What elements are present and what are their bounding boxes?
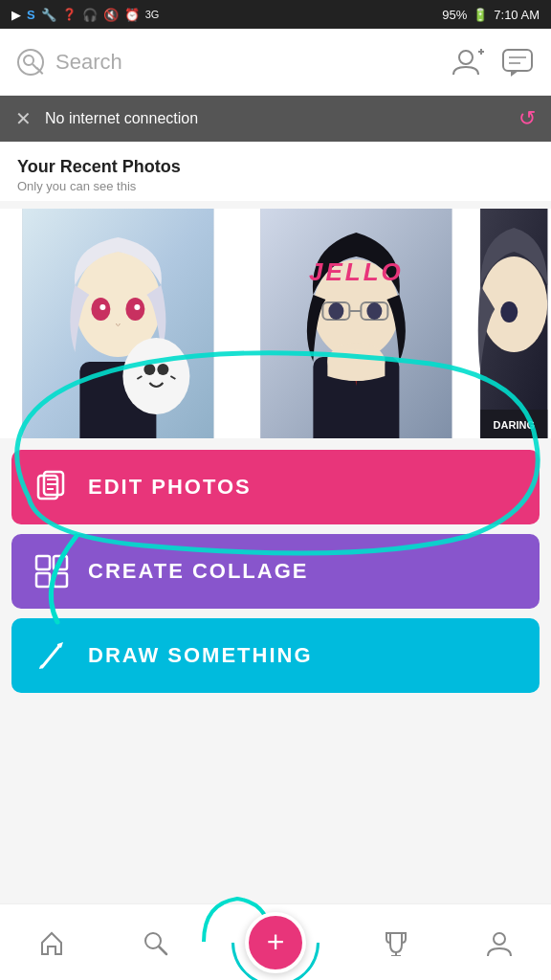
status-bar-left: ▶ S 🔧 ❓ 🎧 🔇 ⏰ 3G xyxy=(11,8,159,22)
svg-rect-5 xyxy=(503,50,532,71)
signal-icon: 3G xyxy=(145,9,160,20)
photo-edit-svg xyxy=(34,470,69,504)
search-placeholder: Search xyxy=(55,50,122,75)
create-collage-icon xyxy=(34,554,69,589)
action-buttons-container: EDIT PHOTOS CREATE COLLAGE DRAW SOMETHIN… xyxy=(0,438,551,693)
svg-point-38 xyxy=(500,301,518,323)
photos-row: JELLO DARING xyxy=(0,209,551,438)
svg-text:JELLO: JELLO xyxy=(309,257,404,286)
trophy-icon xyxy=(383,929,409,956)
no-internet-banner: ✕ No internet connection ↺ xyxy=(0,96,551,142)
photo-cell-3[interactable]: DARING xyxy=(476,209,552,438)
svg-line-52 xyxy=(159,947,166,954)
svg-point-55 xyxy=(494,933,505,945)
recent-photos-section: Your Recent Photos Only you can see this xyxy=(0,142,551,201)
svg-point-32 xyxy=(366,302,382,320)
settings-icon: 🔧 xyxy=(41,8,56,22)
search-icon xyxy=(17,49,44,76)
headphone-icon: 🎧 xyxy=(82,8,98,22)
svg-rect-46 xyxy=(36,556,50,569)
mute-icon: 🔇 xyxy=(103,8,119,22)
alarm-icon: ⏰ xyxy=(124,8,140,22)
anime-photo-3: DARING xyxy=(476,209,552,438)
header: Search xyxy=(0,29,551,96)
draw-something-icon xyxy=(34,638,69,673)
draw-something-button[interactable]: DRAW SOMETHING xyxy=(11,618,540,693)
svg-point-18 xyxy=(143,364,155,375)
recent-photos-title: Your Recent Photos xyxy=(17,157,534,177)
profile-icon xyxy=(486,929,513,956)
battery-level: 95% xyxy=(442,8,467,22)
svg-rect-49 xyxy=(54,573,67,587)
time: 7:10 AM xyxy=(494,8,540,22)
draw-something-label: DRAW SOMETHING xyxy=(88,643,313,668)
svg-line-1 xyxy=(33,64,37,69)
home-icon xyxy=(38,929,65,956)
add-icon: + xyxy=(267,926,285,957)
recent-photos-subtitle: Only you can see this xyxy=(17,179,534,193)
svg-rect-48 xyxy=(36,573,50,587)
question-icon: ❓ xyxy=(62,8,77,21)
add-button-wrap: + xyxy=(245,912,306,973)
chat-icon[interactable] xyxy=(501,46,534,78)
svg-point-16 xyxy=(134,304,140,310)
svg-point-2 xyxy=(459,51,473,64)
photo-cell-2[interactable]: JELLO xyxy=(238,209,474,438)
svg-point-15 xyxy=(99,304,105,310)
s-icon: S xyxy=(27,8,35,22)
edit-photos-label: EDIT PHOTOS xyxy=(88,475,252,500)
svg-point-19 xyxy=(157,364,168,375)
battery-icon: 🔋 xyxy=(473,8,488,22)
bottom-nav-profile[interactable] xyxy=(486,929,513,956)
play-icon: ▶ xyxy=(11,8,21,22)
anime-photo-2: JELLO xyxy=(238,209,474,438)
photo-cell-1[interactable] xyxy=(0,209,236,438)
svg-line-50 xyxy=(42,646,59,667)
search-svg xyxy=(23,55,38,70)
search-bar[interactable]: Search xyxy=(17,49,436,76)
banner-close-icon[interactable]: ✕ xyxy=(15,107,32,130)
collage-svg xyxy=(34,554,69,589)
banner-refresh-icon[interactable]: ↺ xyxy=(518,106,536,131)
bottom-nav-trophy[interactable] xyxy=(383,929,409,956)
add-button[interactable]: + xyxy=(245,912,306,973)
create-collage-label: CREATE COLLAGE xyxy=(88,559,308,584)
bottom-nav-home[interactable] xyxy=(38,929,65,956)
bottom-nav: + xyxy=(0,903,551,980)
add-user-icon[interactable] xyxy=(452,46,484,78)
svg-text:DARING: DARING xyxy=(493,419,534,431)
svg-rect-47 xyxy=(54,556,67,569)
svg-point-0 xyxy=(24,56,33,65)
svg-point-17 xyxy=(122,338,189,414)
edit-photos-icon xyxy=(34,470,69,504)
draw-svg xyxy=(34,638,69,673)
status-bar: ▶ S 🔧 ❓ 🎧 🔇 ⏰ 3G 95% 🔋 7:10 AM xyxy=(0,0,551,29)
bottom-nav-search[interactable] xyxy=(142,929,168,956)
anime-photo-1 xyxy=(0,209,236,438)
edit-photos-button[interactable]: EDIT PHOTOS xyxy=(11,450,540,524)
banner-text: No internet connection xyxy=(45,110,505,127)
create-collage-button[interactable]: CREATE COLLAGE xyxy=(11,534,540,609)
bottom-search-icon xyxy=(142,929,168,956)
header-icons xyxy=(452,46,534,78)
svg-point-31 xyxy=(328,302,343,320)
